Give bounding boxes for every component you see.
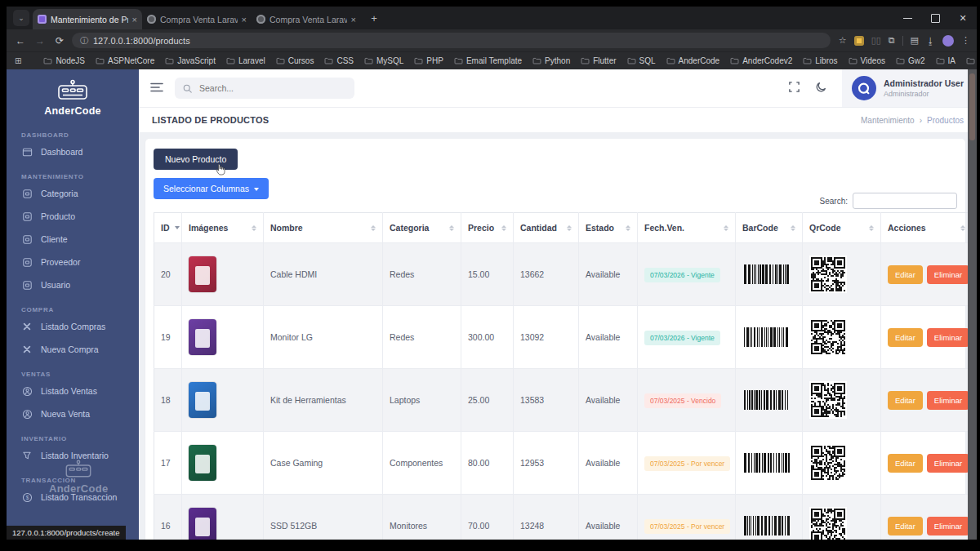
cell-name: Cable HDMI	[264, 243, 383, 306]
new-tab-button[interactable]: +	[366, 10, 382, 26]
bookmark-item[interactable]: MySQL	[364, 56, 403, 65]
bookmark-item[interactable]: JavaScript	[165, 56, 216, 65]
andercode-logo-icon	[54, 79, 91, 104]
column-header[interactable]: QrCode	[803, 213, 881, 243]
dark-mode-moon-icon[interactable]	[815, 81, 827, 96]
sidebar-item-producto[interactable]: Producto	[7, 205, 139, 228]
close-button[interactable]: ✕	[949, 7, 977, 29]
table-search-input[interactable]	[853, 193, 957, 209]
bookmark-item[interactable]: Flutter	[581, 56, 616, 65]
bookmark-item[interactable]: AnderCode	[666, 56, 720, 65]
sidebar-item-nueva-venta[interactable]: Nueva Venta	[7, 402, 139, 425]
main-area: Administrador User Administrador LISTADO…	[139, 69, 977, 540]
brand[interactable]: AnderCode	[7, 69, 139, 122]
bookmark-item[interactable]: SQL	[627, 56, 656, 65]
sidebar-item-listado-ventas[interactable]: Listado Ventas	[7, 380, 139, 402]
new-product-button[interactable]: Nuevo Producto	[154, 149, 238, 170]
bookmark-item[interactable]: Libros	[803, 56, 837, 65]
column-header[interactable]: Categoria	[383, 213, 461, 243]
delete-button[interactable]: Eliminar	[927, 517, 969, 535]
cell-quantity: 13662	[514, 243, 579, 306]
back-icon[interactable]: ←	[13, 35, 28, 47]
cast-icon[interactable]: ▯▯	[871, 35, 881, 46]
bookmark-item[interactable]: Anime	[966, 56, 977, 65]
tab-search-chevron-icon[interactable]: ⌄	[13, 10, 29, 26]
column-header[interactable]: Estado	[579, 213, 638, 243]
page-scrollbar[interactable]	[968, 69, 977, 540]
scrollbar-thumb[interactable]	[969, 73, 975, 140]
bookmark-item[interactable]: Laravel	[226, 56, 265, 65]
sidebar-item-usuario[interactable]: Usuario	[7, 273, 139, 296]
column-header[interactable]: Acciones	[881, 213, 973, 243]
column-header[interactable]: Cantidad	[514, 213, 579, 243]
bookmark-item[interactable]: Email Template	[454, 56, 522, 65]
sidebar-item-categoria[interactable]: Categoria	[7, 182, 139, 205]
profile-avatar[interactable]	[942, 35, 954, 47]
browser-tab[interactable]: Compra Venta Laravel - Larave×	[252, 9, 361, 29]
sidebar-item-listado-compras[interactable]: Listado Compras	[7, 315, 139, 338]
sidebar-item-proveedor[interactable]: Proveedor	[7, 251, 139, 273]
column-header[interactable]: BarCode	[736, 213, 803, 243]
bookmark-item[interactable]: PHP	[414, 56, 443, 65]
delete-button[interactable]: Eliminar	[927, 328, 969, 347]
delete-button[interactable]: Eliminar	[927, 391, 969, 410]
column-header[interactable]: Nombre	[264, 213, 383, 243]
column-header[interactable]: ID	[154, 213, 182, 243]
download-icon[interactable]: ⭳	[926, 36, 935, 46]
breadcrumb-current: Productos	[927, 116, 964, 125]
tab-close-icon[interactable]: ×	[351, 15, 356, 24]
barcode-image	[742, 264, 795, 284]
bookmark-item[interactable]: CSS	[324, 56, 354, 65]
reload-icon[interactable]: ⟳	[52, 35, 67, 47]
tab-close-icon[interactable]: ×	[242, 15, 247, 24]
sidebar-item-listado-transaccion[interactable]: $Listado Transaccion	[7, 486, 139, 509]
delete-button[interactable]: Eliminar	[927, 265, 969, 284]
cell-barcode	[736, 369, 803, 432]
edit-button[interactable]: Editar	[888, 391, 923, 410]
apps-grid-icon[interactable]: ⊞	[15, 56, 22, 65]
side-panel-icon[interactable]: ⧉	[889, 35, 895, 46]
bookmark-item[interactable]: IA	[936, 56, 956, 65]
product-thumbnail	[189, 256, 216, 292]
bookmark-item[interactable]: NodeJS	[43, 56, 85, 65]
menu-kebab-icon[interactable]: ⋮	[961, 35, 970, 46]
edit-button[interactable]: Editar	[888, 328, 923, 347]
bookmark-item[interactable]: Gw2	[896, 56, 925, 65]
folder-icon	[324, 56, 333, 65]
forward-icon[interactable]: →	[33, 35, 47, 47]
breadcrumb-parent[interactable]: Mantenimiento	[861, 116, 915, 125]
bookmark-item[interactable]: ASPNetCore	[96, 56, 154, 65]
bookmark-star-icon[interactable]: ☆	[839, 35, 847, 46]
cell-price: 80.00	[461, 432, 514, 495]
topbar-search[interactable]	[175, 78, 354, 99]
site-info-icon[interactable]: ⓘ	[80, 35, 88, 47]
fullscreen-icon[interactable]	[788, 81, 800, 96]
sidebar-item-nueva-compra[interactable]: Nueva Compra	[7, 338, 139, 361]
minimize-button[interactable]	[893, 7, 921, 29]
sidebar-item-dashboard[interactable]: Dashboard	[7, 140, 139, 163]
browser-tab[interactable]: Compra Venta Laravel - Mostra×	[142, 9, 252, 29]
column-header[interactable]: Imágenes	[182, 213, 264, 243]
delete-button[interactable]: Eliminar	[927, 454, 969, 473]
user-menu[interactable]: Administrador User Administrador	[842, 69, 977, 107]
translate-icon[interactable]: ▤	[911, 35, 919, 46]
address-bar[interactable]: ⓘ 127.0.0.1:8000/products	[72, 33, 831, 48]
topbar-search-input[interactable]	[198, 82, 323, 94]
hamburger-icon[interactable]	[150, 81, 163, 96]
bookmark-item[interactable]: Videos	[849, 56, 885, 65]
column-header[interactable]: Fech.Ven.	[638, 213, 736, 243]
tab-close-icon[interactable]: ×	[132, 15, 137, 24]
edit-button[interactable]: Editar	[888, 517, 923, 535]
maximize-button[interactable]	[921, 7, 949, 29]
sidebar-item-cliente[interactable]: Cliente	[7, 228, 139, 251]
extension-icon[interactable]	[854, 36, 864, 46]
sort-icon	[866, 225, 874, 231]
column-header[interactable]: Precio	[461, 213, 514, 243]
bookmark-item[interactable]: Python	[532, 56, 570, 65]
edit-button[interactable]: Editar	[888, 265, 923, 284]
bookmark-item[interactable]: AnderCodev2	[730, 56, 792, 65]
browser-tab[interactable]: Mantenimiento de Productos×	[33, 9, 142, 29]
bookmark-item[interactable]: Cursos	[276, 56, 314, 65]
sidebar-item-listado-inventario[interactable]: Listado Inventario	[7, 444, 139, 467]
edit-button[interactable]: Editar	[888, 454, 923, 473]
